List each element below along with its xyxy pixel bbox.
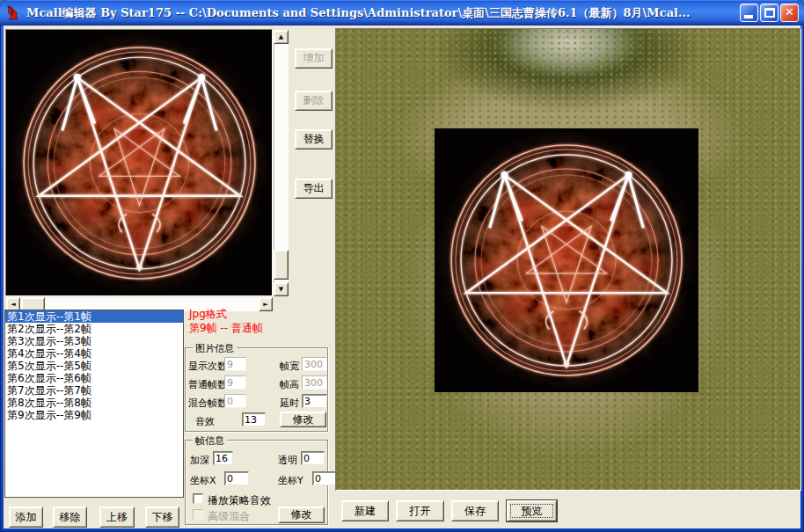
- play-strategy-sound-label: 播放策略音效: [208, 493, 271, 508]
- app-window: Mcall编辑器 By Star175 -- C:\Documents and …: [0, 0, 804, 532]
- list-item[interactable]: 第7次显示--第7帧: [5, 384, 183, 397]
- image-info-group: 图片信息 显示次数 帧宽 普通帧数 帧高 混合帧数 延时 音效 修改: [185, 347, 328, 432]
- preview-button[interactable]: 预览: [507, 500, 557, 521]
- sound-field[interactable]: [242, 412, 266, 426]
- coord-x-field[interactable]: [224, 471, 249, 485]
- frame-width-field: [302, 357, 327, 371]
- blend-frames-label: 混合帧数: [188, 397, 227, 410]
- image-info-title: 图片信息: [193, 342, 237, 355]
- image-info-modify-button[interactable]: 修改: [280, 412, 326, 427]
- list-item[interactable]: 第3次显示--第3帧: [5, 335, 183, 347]
- frame-height-field: [302, 375, 327, 390]
- darken-label: 加深: [190, 454, 209, 467]
- minimize-button[interactable]: [740, 4, 758, 22]
- normal-frames-label: 普通帧数: [188, 378, 227, 391]
- normal-frames-field: [224, 375, 246, 390]
- list-move-down-button[interactable]: 下移: [145, 506, 179, 528]
- scroll-down-icon: ▼: [279, 286, 283, 293]
- coord-y-label: 坐标Y: [278, 474, 303, 487]
- advanced-blend-checkbox: [193, 509, 203, 520]
- frame-info-modify-button[interactable]: 修改: [278, 506, 325, 523]
- frame-preview-panel: ▲ ▼ ◄ ►: [5, 29, 289, 311]
- frame-listbox[interactable]: 第1次显示--第1帧 第2次显示--第2帧 第3次显示--第3帧 第4次显示--…: [4, 310, 184, 498]
- maximize-icon: [764, 8, 775, 18]
- preview-vertical-scrollbar[interactable]: ▲ ▼: [274, 30, 289, 296]
- delay-label: 延时: [280, 397, 299, 410]
- advanced-blend-label: 高级混合: [208, 509, 250, 524]
- maximize-button[interactable]: [760, 4, 778, 22]
- frame-info-title: 帧信息: [193, 434, 227, 448]
- window-title: Mcall编辑器 By Star175 -- C:\Documents and …: [26, 5, 730, 21]
- scroll-up-button[interactable]: ▲: [274, 30, 289, 44]
- client-area: ▲ ▼ ◄ ► 增加 删除 替换 导出 第1次显示--第1帧 第2次显示--第2…: [4, 26, 800, 528]
- current-frame-label: 第9帧 -- 普通帧: [189, 322, 263, 335]
- format-label: Jpg格式: [189, 308, 227, 321]
- scroll-down-button[interactable]: ▼: [274, 282, 289, 296]
- vertical-scroll-thumb[interactable]: [274, 250, 289, 280]
- delay-field[interactable]: [302, 394, 327, 408]
- close-icon: ✕: [781, 5, 798, 18]
- close-button[interactable]: ✕: [780, 4, 799, 22]
- list-add-button[interactable]: 添加: [9, 506, 43, 528]
- coord-y-field[interactable]: [312, 471, 337, 485]
- play-strategy-sound-checkbox[interactable]: [193, 493, 203, 504]
- list-remove-button[interactable]: 移除: [53, 506, 87, 528]
- save-button[interactable]: 保存: [451, 500, 499, 521]
- focus-rect: [510, 504, 553, 518]
- list-item[interactable]: 第6次显示--第6帧: [5, 372, 183, 384]
- titlebar: Mcall编辑器 By Star175 -- C:\Documents and …: [0, 0, 804, 26]
- frame-height-label: 帧高: [280, 378, 299, 391]
- list-item[interactable]: 第8次显示--第8帧: [5, 397, 183, 409]
- scroll-right-icon: ►: [263, 301, 267, 308]
- frame-info-group: 帧信息 加深 透明 坐标X 坐标Y 播放策略音效 高级混合 修改: [185, 440, 328, 525]
- blend-frames-field: [224, 394, 246, 408]
- transparent-field[interactable]: [301, 451, 325, 465]
- delete-frame-button: 删除: [295, 91, 333, 111]
- add-frame-button: 增加: [295, 48, 333, 69]
- display-count-field: [224, 357, 246, 371]
- export-frame-button[interactable]: 导出: [295, 179, 333, 199]
- transparent-label: 透明: [278, 454, 297, 467]
- coord-x-label: 坐标X: [190, 474, 216, 487]
- open-button[interactable]: 打开: [396, 500, 444, 521]
- display-count-label: 显示次数: [188, 360, 227, 373]
- list-item[interactable]: 第1次显示--第1帧: [5, 310, 183, 323]
- scroll-left-icon: ◄: [11, 301, 15, 308]
- frame-preview-viewport: [5, 29, 273, 296]
- frame-width-label: 帧宽: [280, 360, 299, 373]
- map-canvas[interactable]: [335, 28, 801, 491]
- app-icon: [5, 4, 21, 20]
- pentagram-map-overlay: [435, 128, 698, 392]
- minimize-icon: [744, 15, 753, 18]
- list-item[interactable]: 第9次显示--第9帧: [5, 409, 183, 421]
- list-item[interactable]: 第2次显示--第2帧: [5, 323, 183, 335]
- scroll-up-icon: ▲: [279, 33, 283, 40]
- pentagram-frame-image: [7, 31, 272, 295]
- scroll-right-button[interactable]: ►: [259, 297, 273, 311]
- sound-label: 音效: [195, 415, 215, 428]
- list-item[interactable]: 第4次显示--第4帧: [5, 347, 183, 360]
- replace-frame-button[interactable]: 替换: [295, 129, 333, 149]
- list-move-up-button[interactable]: 上移: [99, 506, 135, 528]
- new-button[interactable]: 新建: [341, 500, 389, 521]
- list-item[interactable]: 第5次显示--第5帧: [5, 360, 183, 372]
- darken-field[interactable]: [213, 451, 233, 465]
